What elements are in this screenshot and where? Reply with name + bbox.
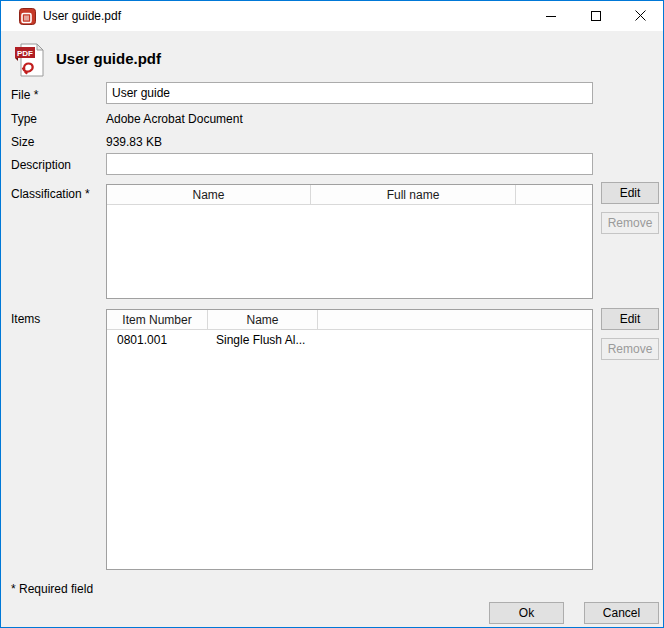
window-controls [528,1,663,30]
classification-table-header: Name Full name [107,185,592,205]
pdf-icon: PDF [14,42,45,82]
classification-label: Classification * [11,187,90,201]
app-icon [19,8,36,25]
items-table[interactable]: Item Number Name 0801.001 Single Flush A… [106,309,593,570]
titlebar: User guide.pdf [1,1,663,31]
ok-button[interactable]: Ok [489,602,564,624]
classification-column-name[interactable]: Name [107,185,311,204]
description-label: Description [11,158,71,172]
file-label: File * [11,88,38,102]
classification-column-extra [516,185,592,204]
size-label: Size [11,135,34,149]
window-title: User guide.pdf [43,9,121,23]
items-column-item-number[interactable]: Item Number [107,310,208,329]
close-button[interactable] [618,1,663,30]
item-name-cell: Single Flush Al... [208,333,318,347]
classification-edit-button[interactable]: Edit [601,182,659,204]
cancel-button[interactable]: Cancel [584,602,659,624]
table-row[interactable]: 0801.001 Single Flush Al... [107,330,592,350]
items-table-header: Item Number Name [107,310,592,330]
type-label: Type [11,112,37,126]
dialog-window: User guide.pdf PDF User guide.pdf File * [0,0,664,628]
items-column-name[interactable]: Name [208,310,318,329]
items-edit-button[interactable]: Edit [601,308,659,330]
items-remove-button[interactable]: Remove [601,338,659,360]
classification-remove-button[interactable]: Remove [601,212,659,234]
classification-column-fullname[interactable]: Full name [311,185,516,204]
item-number-cell: 0801.001 [107,333,208,347]
type-value: Adobe Acrobat Document [106,112,243,126]
maximize-button[interactable] [573,1,618,30]
size-value: 939.83 KB [106,135,162,149]
description-input[interactable] [106,153,593,175]
items-column-extra [318,310,592,329]
file-input[interactable] [106,82,593,104]
classification-table[interactable]: Name Full name [106,184,593,299]
required-field-note: * Required field [11,582,93,596]
items-label: Items [11,312,40,326]
minimize-button[interactable] [528,1,573,30]
document-title: User guide.pdf [56,50,161,67]
svg-text:PDF: PDF [17,49,33,58]
